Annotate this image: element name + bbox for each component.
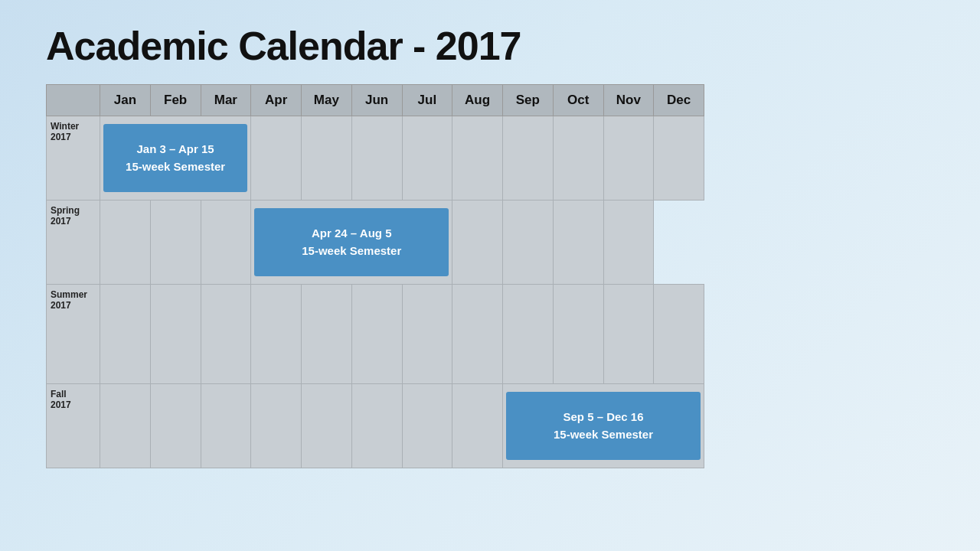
header-nov: Nov (603, 85, 654, 116)
winter-block-date: Jan 3 – Apr 15 (137, 141, 214, 158)
header-aug: Aug (452, 85, 503, 116)
spring-sep (452, 201, 503, 285)
header-mar: Mar (201, 85, 251, 116)
fall-may (302, 384, 352, 468)
row-winter: Winter 2017 Jan 3 – Apr 15 15-week Semes… (47, 116, 704, 201)
summer-nov (603, 285, 654, 384)
header-sep: Sep (503, 85, 554, 116)
spring-oct (503, 201, 554, 285)
winter-jul (402, 116, 452, 201)
row-label-fall: Fall 2017 (47, 384, 100, 468)
summer-feb (150, 285, 201, 384)
fall-jul (402, 384, 452, 468)
winter-block-label: 15-week Semester (126, 158, 225, 176)
header-empty (47, 85, 100, 116)
winter-may (302, 116, 352, 201)
winter-apr (251, 116, 302, 201)
header-jun: Jun (351, 85, 402, 116)
winter-oct (553, 116, 603, 201)
winter-block-cell: Jan 3 – Apr 15 15-week Semester (100, 116, 251, 201)
winter-jun (351, 116, 402, 201)
header-jan: Jan (100, 85, 151, 116)
row-fall: Fall 2017 Sep 5 – Dec 16 15-week Semeste… (47, 384, 704, 468)
fall-mar (201, 384, 251, 468)
summer-jul (402, 285, 452, 384)
page-title: Academic Calendar - 2017 (0, 0, 980, 84)
fall-block-date: Sep 5 – Dec 16 (563, 409, 643, 426)
row-label-summer: Summer 2017 (47, 285, 100, 384)
row-summer: Summer 2017 (47, 285, 704, 384)
spring-mar (201, 201, 251, 285)
spring-jan (100, 201, 151, 285)
summer-sep (503, 285, 554, 384)
fall-feb (150, 384, 201, 468)
row-label-spring: Spring 2017 (47, 201, 100, 285)
fall-aug (452, 384, 503, 468)
fall-jan (100, 384, 151, 468)
fall-block-label: 15-week Semester (554, 426, 653, 444)
fall-semester-block: Sep 5 – Dec 16 15-week Semester (506, 392, 701, 460)
winter-nov (603, 116, 654, 201)
summer-aug (452, 285, 503, 384)
header-row: Jan Feb Mar Apr May Jun Jul Aug Sep Oct … (47, 85, 704, 116)
spring-block-date: Apr 24 – Aug 5 (312, 225, 391, 243)
spring-dec (603, 201, 654, 285)
summer-apr (251, 285, 302, 384)
fall-block-cell: Sep 5 – Dec 16 15-week Semester (503, 384, 704, 468)
header-may: May (302, 85, 352, 116)
summer-mar (201, 285, 251, 384)
spring-semester-block: Apr 24 – Aug 5 15-week Semester (254, 208, 449, 276)
header-jul: Jul (402, 85, 452, 116)
header-dec: Dec (654, 85, 704, 116)
summer-jun (351, 285, 402, 384)
header-feb: Feb (150, 85, 201, 116)
spring-block-label: 15-week Semester (302, 243, 401, 260)
winter-sep (503, 116, 554, 201)
summer-oct (553, 285, 603, 384)
summer-dec (654, 285, 704, 384)
header-apr: Apr (251, 85, 302, 116)
spring-nov (553, 201, 603, 285)
calendar-wrapper: Jan Feb Mar Apr May Jun Jul Aug Sep Oct … (46, 84, 934, 468)
calendar-table: Jan Feb Mar Apr May Jun Jul Aug Sep Oct … (46, 84, 704, 468)
spring-feb (150, 201, 201, 285)
winter-aug (452, 116, 503, 201)
row-label-winter: Winter 2017 (47, 116, 100, 201)
spring-block-cell: Apr 24 – Aug 5 15-week Semester (251, 201, 452, 285)
winter-semester-block: Jan 3 – Apr 15 15-week Semester (103, 124, 247, 192)
summer-jan (100, 285, 151, 384)
summer-may (302, 285, 352, 384)
winter-dec (654, 116, 704, 201)
fall-apr (251, 384, 302, 468)
fall-jun (351, 384, 402, 468)
header-oct: Oct (553, 85, 603, 116)
row-spring: Spring 2017 Apr 24 – Aug 5 15-week Semes… (47, 201, 704, 285)
